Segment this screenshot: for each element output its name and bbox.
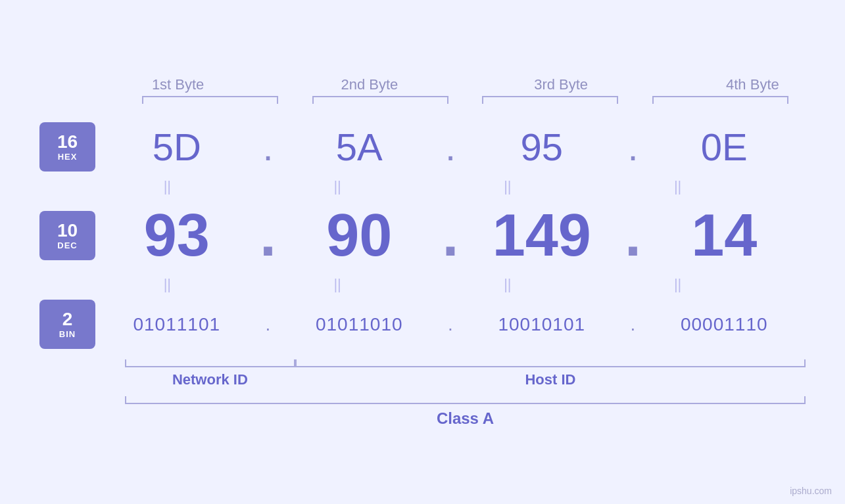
dec-sep-2: . — [441, 202, 460, 269]
eq-1c: || — [423, 178, 593, 195]
byte-header-1: 1st Byte — [82, 76, 274, 93]
byte-header-3: 3rd Byte — [466, 76, 657, 93]
class-section: Class A — [125, 396, 806, 428]
network-bracket — [125, 359, 295, 367]
class-bracket — [125, 396, 806, 404]
dec-value-3: 149 — [460, 202, 623, 269]
dec-row: 10 DEC 93 . 90 . 149 . 14 — [39, 202, 806, 269]
host-id-label: Host ID — [295, 371, 806, 388]
bin-sep-2: . — [441, 314, 460, 335]
bin-sep-3: . — [623, 314, 643, 335]
hex-value-2: 5A — [278, 125, 441, 169]
eq-2a: || — [82, 276, 253, 293]
bottom-section: Network ID Host ID — [125, 359, 806, 388]
byte-headers-row: 1st Byte 2nd Byte 3rd Byte 4th Byte — [82, 76, 845, 93]
dec-value-4: 14 — [643, 202, 806, 269]
hex-sep-3: . — [623, 125, 643, 169]
eq-2d: || — [592, 276, 763, 293]
bracket-2 — [295, 96, 466, 104]
top-brackets — [125, 96, 806, 104]
dec-sep-1: . — [258, 202, 278, 269]
network-id-label: Network ID — [125, 371, 295, 388]
host-bracket — [295, 359, 806, 367]
bin-value-4: 00001110 — [643, 314, 806, 335]
byte-header-4: 4th Byte — [657, 76, 845, 93]
bin-value-1: 01011101 — [95, 314, 258, 335]
bracket-3 — [466, 96, 636, 104]
equals-row-2: || || || || — [82, 276, 763, 293]
hex-badge: 16 HEX — [39, 122, 95, 172]
hex-value-1: 5D — [95, 125, 258, 169]
bin-sep-1: . — [258, 314, 278, 335]
bin-badge: 2 BIN — [39, 300, 95, 349]
bottom-brackets — [125, 359, 806, 367]
id-labels-row: Network ID Host ID — [125, 371, 806, 388]
eq-1a: || — [82, 178, 253, 195]
dec-badge: 10 DEC — [39, 211, 95, 260]
dec-values: 93 . 90 . 149 . 14 — [95, 202, 806, 269]
byte-header-2: 2nd Byte — [274, 76, 465, 93]
hex-value-4: 0E — [643, 125, 806, 169]
bin-row: 2 BIN 01011101 . 01011010 . 10010101 . 0… — [39, 300, 806, 349]
eq-2c: || — [423, 276, 593, 293]
hex-values: 5D . 5A . 95 . 0E — [95, 125, 806, 169]
dec-value-1: 93 — [95, 202, 258, 269]
eq-1b: || — [253, 178, 423, 195]
hex-sep-1: . — [258, 125, 278, 169]
equals-row-1: || || || || — [82, 178, 763, 195]
class-label: Class A — [125, 409, 806, 428]
main-container: 1st Byte 2nd Byte 3rd Byte 4th Byte 16 H… — [0, 0, 845, 504]
bracket-4 — [635, 96, 806, 104]
hex-value-3: 95 — [460, 125, 623, 169]
watermark: ipshu.com — [790, 486, 832, 496]
bracket-1 — [125, 96, 295, 104]
hex-row: 16 HEX 5D . 5A . 95 . 0E — [39, 122, 806, 172]
bin-values: 01011101 . 01011010 . 10010101 . 0000111… — [95, 314, 806, 335]
bin-value-3: 10010101 — [460, 314, 623, 335]
eq-1d: || — [592, 178, 763, 195]
dec-sep-3: . — [623, 202, 643, 269]
bin-value-2: 01011010 — [278, 314, 441, 335]
dec-value-2: 90 — [278, 202, 441, 269]
eq-2b: || — [253, 276, 423, 293]
hex-sep-2: . — [441, 125, 460, 169]
